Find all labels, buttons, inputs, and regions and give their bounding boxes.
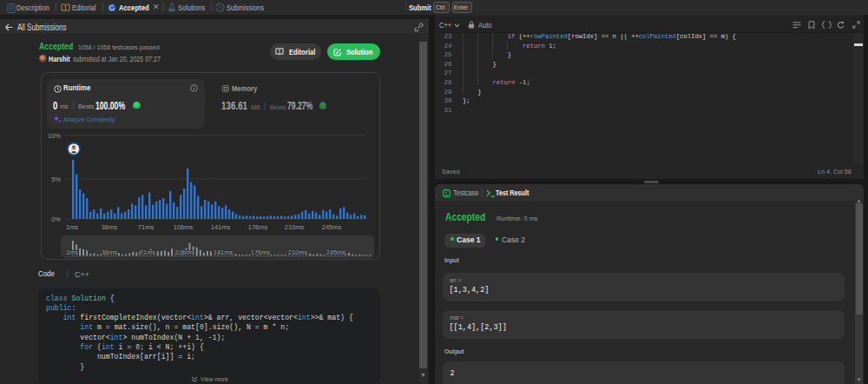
svg-text:245ms: 245ms xyxy=(326,248,346,256)
svg-text:141ms: 141ms xyxy=(214,248,233,256)
svg-text:210ms: 210ms xyxy=(288,248,308,256)
svg-text:1ms: 1ms xyxy=(66,248,78,256)
svg-text:5%: 5% xyxy=(51,175,61,183)
svg-text:210ms: 210ms xyxy=(285,223,305,231)
svg-text:106ms: 106ms xyxy=(175,248,195,256)
svg-text:176ms: 176ms xyxy=(248,223,268,231)
svg-text:10%: 10% xyxy=(48,132,61,140)
svg-text:106ms: 106ms xyxy=(174,223,194,231)
svg-text:0%: 0% xyxy=(51,215,61,223)
svg-text:141ms: 141ms xyxy=(211,223,231,231)
svg-text:1ms: 1ms xyxy=(66,223,78,231)
svg-text:245ms: 245ms xyxy=(322,223,342,231)
svg-text:71ms: 71ms xyxy=(138,223,155,231)
svg-text:71ms: 71ms xyxy=(140,248,156,256)
svg-text:36ms: 36ms xyxy=(102,248,118,256)
svg-text:36ms: 36ms xyxy=(102,223,118,231)
svg-text:176ms: 176ms xyxy=(251,248,271,256)
